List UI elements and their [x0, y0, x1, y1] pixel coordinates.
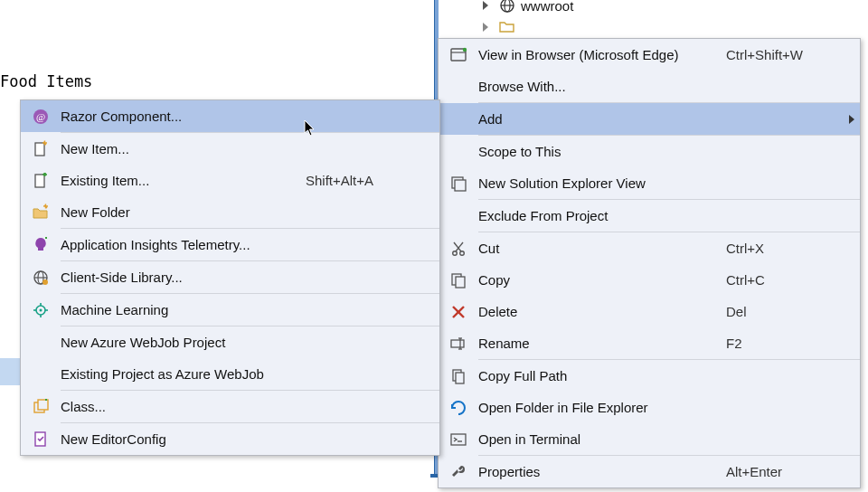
context-menu-item[interactable]: Exclude From Project	[439, 200, 860, 232]
menu-item-label: Cut	[478, 241, 726, 256]
ml-icon	[21, 301, 61, 319]
appinsights-icon	[21, 236, 61, 254]
terminal-icon	[439, 430, 478, 449]
context-menu-item[interactable]: New Solution Explorer View	[439, 167, 860, 199]
menu-item-label: Copy	[478, 272, 726, 288]
menu-item-shortcut: Ctrl+Shift+W	[726, 47, 844, 62]
menu-item-shortcut: Ctrl+X	[726, 241, 844, 256]
svg-text:@: @	[36, 111, 45, 122]
svg-point-31	[42, 279, 48, 285]
menu-item-label: Add	[478, 111, 726, 127]
svg-rect-39	[38, 400, 48, 410]
new-item-icon	[21, 140, 61, 158]
svg-rect-26	[35, 143, 44, 156]
menu-item-label: Copy Full Path	[478, 368, 726, 383]
context-menu-item[interactable]: Copy Full Path	[439, 360, 860, 392]
menu-item-label: Application Insights Telemetry...	[61, 237, 306, 252]
globe-icon	[499, 0, 515, 14]
menu-item-shortcut: Alt+Enter	[726, 464, 844, 479]
add-submenu-item[interactable]: New EditorConfig	[21, 423, 439, 455]
menu-item-label: Open in Terminal	[478, 431, 726, 447]
menu-item-label: New EditorConfig	[61, 431, 306, 447]
add-submenu-item[interactable]: Existing Project as Azure WebJob	[21, 358, 439, 390]
context-menu-item[interactable]: Open Folder in File Explorer	[439, 392, 860, 423]
svg-rect-27	[35, 175, 44, 187]
solution-explorer-fragment: wwwroot	[456, 0, 857, 40]
menu-item-label: New Item...	[61, 141, 306, 156]
menu-item-label: Open Folder in File Explorer	[478, 400, 726, 415]
menu-item-shortcut: F2	[726, 336, 844, 351]
menu-item-label: Razor Component...	[61, 109, 306, 124]
tree-expand-icon[interactable]	[483, 23, 488, 32]
tree-row-wwwroot[interactable]: wwwroot	[456, 0, 857, 16]
folder-icon	[499, 19, 515, 35]
menu-item-label: New Folder	[61, 204, 306, 220]
context-menu-item[interactable]: Open in Terminal	[439, 423, 860, 455]
razor-icon: @	[21, 108, 61, 126]
context-menu-item[interactable]: View in Browser (Microsoft Edge)Ctrl+Shi…	[439, 39, 860, 71]
svg-rect-22	[451, 434, 466, 445]
add-submenu-item[interactable]: Class...	[21, 391, 439, 422]
menu-item-label: Properties	[478, 464, 726, 479]
submenu-arrow-icon	[844, 115, 860, 124]
add-submenu-item[interactable]: Application Insights Telemetry...	[21, 229, 439, 260]
copy-path-icon	[439, 367, 478, 385]
new-view-icon	[439, 175, 478, 193]
menu-item-label: Scope to This	[478, 144, 726, 159]
context-menu-item[interactable]: DeleteDel	[439, 296, 860, 327]
menu-item-shortcut: Shift+Alt+A	[306, 173, 423, 188]
cut-icon	[439, 240, 478, 258]
tree-row-folder[interactable]	[456, 16, 857, 38]
add-submenu-item[interactable]: New Item...	[21, 133, 439, 165]
browser-icon	[439, 46, 478, 64]
tree-label: wwwroot	[521, 0, 573, 14]
add-submenu[interactable]: @Razor Component...New Item...Existing I…	[20, 99, 440, 456]
context-menu-item[interactable]: CopyCtrl+C	[439, 264, 860, 296]
code-text: Food Items	[0, 72, 92, 90]
class-icon	[21, 398, 61, 416]
add-submenu-item[interactable]: Client-Side Library...	[21, 261, 439, 293]
context-menu-item[interactable]: RenameF2	[439, 327, 860, 359]
add-submenu-item[interactable]: New Folder	[21, 196, 439, 228]
menu-item-label: Class...	[61, 399, 306, 414]
svg-rect-16	[451, 340, 464, 347]
svg-rect-7	[455, 180, 466, 191]
editorconfig-icon	[21, 430, 61, 449]
menu-item-label: Rename	[478, 336, 726, 351]
svg-point-5	[463, 47, 467, 51]
copy-icon	[439, 271, 478, 289]
menu-item-label: New Azure WebJob Project	[61, 335, 306, 350]
menu-item-label: View in Browser (Microsoft Edge)	[478, 47, 726, 62]
svg-point-9	[460, 251, 465, 255]
menu-item-label: Machine Learning	[61, 302, 306, 317]
svg-point-8	[453, 251, 458, 255]
menu-item-label: Existing Item...	[61, 173, 306, 188]
menu-item-label: Browse With...	[478, 79, 726, 94]
menu-item-shortcut: Ctrl+C	[726, 272, 844, 288]
tree-expand-icon[interactable]	[483, 1, 488, 10]
existing-item-icon	[21, 172, 61, 190]
context-menu-item[interactable]: Browse With...	[439, 71, 860, 102]
properties-icon	[439, 463, 478, 481]
add-submenu-item[interactable]: New Azure WebJob Project	[21, 326, 439, 358]
add-submenu-item[interactable]: Machine Learning	[21, 294, 439, 326]
svg-rect-21	[456, 373, 464, 383]
context-menu-item[interactable]: Add	[439, 103, 860, 135]
rename-icon	[439, 335, 478, 353]
menu-item-shortcut: Del	[726, 304, 844, 319]
context-menu-item[interactable]: Scope to This	[439, 136, 860, 167]
context-menu-item[interactable]: CutCtrl+X	[439, 232, 860, 264]
menu-item-label: New Solution Explorer View	[478, 175, 726, 191]
add-submenu-item[interactable]: @Razor Component...	[21, 100, 439, 132]
add-submenu-item[interactable]: Existing Item...Shift+Alt+A	[21, 165, 439, 196]
context-menu[interactable]: View in Browser (Microsoft Edge)Ctrl+Shi…	[438, 38, 861, 488]
client-library-icon	[21, 269, 61, 287]
menu-item-label: Client-Side Library...	[61, 270, 306, 285]
new-folder-icon	[21, 203, 61, 222]
svg-point-33	[40, 308, 42, 311]
menu-item-label: Existing Project as Azure WebJob	[61, 366, 306, 382]
menu-item-label: Delete	[478, 304, 726, 319]
delete-icon	[439, 303, 478, 321]
menu-item-label: Exclude From Project	[478, 208, 726, 223]
context-menu-item[interactable]: PropertiesAlt+Enter	[439, 456, 860, 487]
